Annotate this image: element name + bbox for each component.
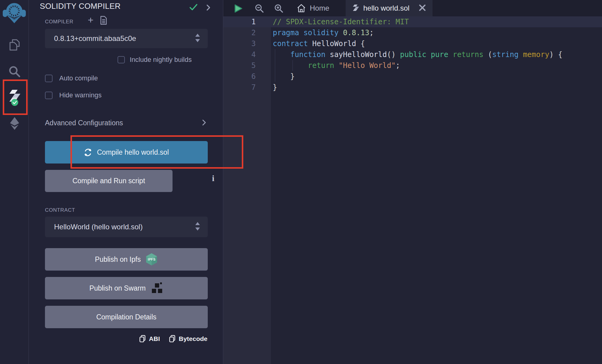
code-text: // SPDX-License-Identifier: MIT [271,16,409,27]
copy-bytecode-button[interactable]: Bytecode [169,335,207,343]
indent-guide [292,60,293,71]
auto-compile-label: Auto compile [59,74,98,82]
code-line[interactable]: 4 function sayHelloWorld() public pure r… [223,49,602,60]
line-number: 1 [223,16,271,27]
zoom-out-icon[interactable] [255,4,264,14]
code-line[interactable]: 2pragma solidity 0.8.13; [223,27,602,38]
compilation-details-button[interactable]: Compilation Details [45,306,208,328]
compile-and-run-label: Compile and Run script [72,177,145,185]
indent-guide [275,49,275,82]
bytecode-label: Bytecode [179,335,207,342]
compiler-version-value: 0.8.13+commit.abaa5c0e [45,34,136,43]
publish-swarm-label: Publish on Swarm [89,284,145,292]
contract-select-value: HelloWorld (hello world.sol) [45,223,143,231]
remix-logo[interactable] [2,2,26,25]
editor-tab-bar: Home hello world.sol [223,0,602,16]
zoom-in-icon[interactable] [274,4,283,14]
compiler-version-select[interactable]: 0.8.13+commit.abaa5c0e [45,29,208,48]
contract-section-label: CONTRACT [45,207,75,213]
swarm-icon [151,282,163,294]
include-nightly-checkbox-row[interactable]: Include nightly builds [118,56,192,64]
code-line[interactable]: 6 } [223,71,602,82]
compile-success-check-icon [189,4,198,12]
solidity-compiler-panel: SOLIDITY COMPILER COMPILER + 0.8.13+comm… [29,0,223,364]
code-line[interactable]: 3contract HelloWorld { [223,38,602,49]
code-line[interactable]: 1// SPDX-License-Identifier: MIT [223,16,602,27]
search-icon[interactable] [9,66,21,79]
line-number: 2 [223,27,271,38]
compiler-docs-icon[interactable] [100,16,107,26]
code-text: pragma solidity 0.8.13; [271,27,374,38]
include-nightly-checkbox[interactable] [118,56,125,63]
hide-warnings-checkbox-row[interactable]: Hide warnings [45,91,101,99]
compile-button-label: Compile hello world.sol [97,148,169,157]
file-explorer-icon[interactable] [9,39,20,52]
compile-and-run-button[interactable]: Compile and Run script [45,170,173,192]
code-line[interactable]: 5 return "Hello World"; [223,60,602,71]
advanced-chevron-icon [202,120,206,127]
copy-icon [139,335,146,343]
code-text: } [271,71,295,82]
solidity-file-icon [352,4,359,12]
compile-button[interactable]: Compile hello world.sol [45,141,208,163]
copy-icon [169,335,176,343]
hide-warnings-label: Hide warnings [59,91,101,99]
tab-home-label: Home [310,4,329,12]
line-number: 5 [223,60,271,71]
code-text: contract HelloWorld { [271,38,365,49]
line-number: 6 [223,71,271,82]
ipfs-icon: IPFS [145,253,158,266]
contract-select[interactable]: HelloWorld (hello world.sol) [45,217,208,237]
publish-on-ipfs-button[interactable]: Publish on Ipfs IPFS [45,248,208,271]
advanced-configurations-toggle[interactable]: Advanced Configurations [45,119,208,127]
compilation-details-label: Compilation Details [96,313,156,321]
code-text: } [271,82,277,93]
info-icon[interactable]: i [209,174,217,183]
publish-on-swarm-button[interactable]: Publish on Swarm [45,277,208,299]
hide-warnings-checkbox[interactable] [45,92,53,99]
copy-abi-button[interactable]: ABI [139,335,160,343]
code-line[interactable]: 7} [223,82,602,93]
home-icon [297,4,306,13]
tab-home[interactable]: Home [296,0,330,16]
line-number: 3 [223,38,271,49]
run-script-play-icon[interactable] [234,4,242,14]
add-compiler-icon[interactable]: + [88,15,94,25]
select-arrows-icon [195,222,200,232]
tab-file-label: hello world.sol [363,4,409,12]
auto-compile-checkbox[interactable] [45,75,53,82]
publish-ipfs-label: Publish on Ipfs [95,255,141,264]
abi-label: ABI [149,335,160,342]
close-tab-icon[interactable] [419,4,426,12]
include-nightly-label: Include nightly builds [130,56,192,64]
compiler-section-label: COMPILER [45,19,74,25]
code-text: return "Hello World"; [271,60,400,71]
line-number: 7 [223,82,271,93]
compile-success-badge-icon [11,99,18,107]
auto-compile-checkbox-row[interactable]: Auto compile [45,74,98,82]
line-number: 4 [223,49,271,60]
code-lines: 1// SPDX-License-Identifier: MIT2pragma … [223,16,602,93]
deploy-and-run-icon[interactable] [8,116,21,132]
ipfs-badge-text: IPFS [148,258,156,261]
refresh-icon [84,148,92,157]
panel-title: SOLIDITY COMPILER [40,2,121,11]
advanced-configurations-label: Advanced Configurations [45,119,123,127]
select-arrows-icon [195,34,200,43]
panel-expand-chevron-icon[interactable] [206,4,210,12]
tab-hello-world-sol[interactable]: hello world.sol [346,0,433,16]
code-text: function sayHelloWorld() public pure ret… [271,49,563,60]
activity-bar [0,0,29,364]
copy-artifacts-row: ABI Bytecode [139,335,207,343]
remix-ide-window: SOLIDITY COMPILER COMPILER + 0.8.13+comm… [0,0,602,364]
editor: Home hello world.sol 1/ [223,0,602,364]
